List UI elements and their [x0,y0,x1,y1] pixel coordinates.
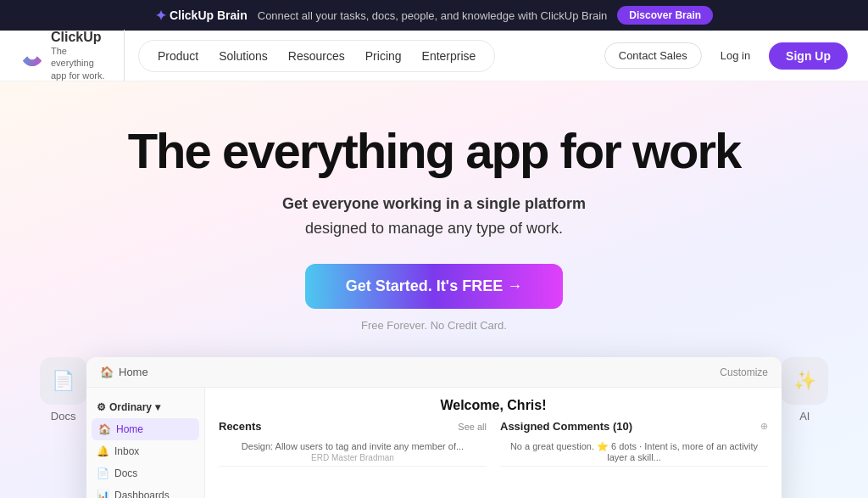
nav-logo-name-wrap: ClickUp The everything app for work. [51,30,110,81]
app-header-left: 🏠 Home [100,366,148,378]
home-icon: 🏠 [100,366,114,378]
sidebar-dashboards-label: Dashboards [114,490,170,498]
signup-button[interactable]: Sign Up [769,42,848,70]
app-body: ⚙ Ordinary ▾ 🏠 Home 🔔 Inbox 📄 Docs [86,388,782,498]
nav-right: Contact Sales Log in Sign Up [604,42,848,70]
app-welcome-text: Welcome, Chris! [219,398,768,413]
nav-links: Product Solutions Resources Pricing Ente… [138,40,495,72]
app-section-row: Recents See all Design: Allow users to t… [219,420,768,467]
hero-section: The everything app for work Get everyone… [0,81,868,498]
hero-subtitle-line1: Get everyone working in a single platfor… [282,195,586,212]
top-banner: ✦ ClickUp Brain Connect all your tasks, … [0,0,868,31]
recents-title: Recents [219,420,262,433]
sidebar-docs-label: Docs [114,467,137,479]
recents-header: Recents See all [219,420,487,433]
app-workspace-header: ⚙ Ordinary ▾ [86,396,204,418]
cta-subtext: Free Forever. No Credit Card. [17,319,851,332]
app-preview: 🏠 Home Customize ⚙ Ordinary ▾ 🏠 Home 🔔 I… [86,357,782,498]
hero-subtitle-line2: designed to manage any type of work. [305,220,563,237]
docs-icon: 📄 [40,357,87,405]
sidebar-docs[interactable]: 📄 Docs [86,462,204,484]
assigned-item: No a great question. ⭐ 6 dots · Intent i… [500,438,768,467]
nav-resources[interactable]: Resources [280,46,353,66]
assigned-item-text: No a great question. ⭐ 6 dots · Intent i… [500,441,768,462]
clickup-logo-icon [20,44,44,68]
app-main: Welcome, Chris! Recents See all Design: … [205,388,782,498]
recents-item: Design: Allow users to tag and invite an… [219,438,487,467]
banner-message: Connect all your tasks, docs, people, an… [258,9,608,22]
sidebar-home[interactable]: 🏠 Home [92,418,199,440]
login-button[interactable]: Log in [710,43,760,68]
ai-icon: ✨ [781,357,828,405]
discover-brain-button[interactable]: Discover Brain [617,6,713,25]
docs-nav-icon: 📄 [97,467,109,479]
sidebar-inbox-label: Inbox [114,445,139,457]
see-all-button[interactable]: See all [458,422,487,432]
assigned-title: Assigned Comments (10) [500,420,632,433]
dashboards-nav-icon: 📊 [97,490,109,498]
sidebar-dashboards[interactable]: 📊 Dashboards [86,484,204,498]
brain-star-icon: ✦ [155,8,166,24]
sidebar-home-label: Home [116,423,143,435]
nav-pricing[interactable]: Pricing [357,46,410,66]
ai-label: AI [799,410,810,422]
workspace-icon: ⚙ [97,401,106,413]
recents-section: Recents See all Design: Allow users to t… [219,420,487,467]
sidebar-inbox[interactable]: 🔔 Inbox [86,440,204,462]
recents-item-text: Design: Allow users to tag and invite an… [219,441,487,451]
home-nav-icon: 🏠 [98,423,111,435]
recents-item-sub: ERD Master Bradman [219,453,487,462]
app-page-title: Home [119,366,148,378]
nav-solutions[interactable]: Solutions [210,46,276,66]
nav-logo: ClickUp The everything app for work. [20,30,125,81]
app-customize-label[interactable]: Customize [720,367,768,378]
nav-enterprise[interactable]: Enterprise [414,46,485,66]
app-sidebar: ⚙ Ordinary ▾ 🏠 Home 🔔 Inbox 📄 Docs [86,388,205,498]
contact-sales-button[interactable]: Contact Sales [604,42,702,69]
nav-logo-name: ClickUp [51,30,110,45]
assigned-section: Assigned Comments (10) ⊕ No a great ques… [500,420,768,467]
hero-title: The everything app for work [17,124,851,178]
banner-logo: ✦ ClickUp Brain [155,8,248,24]
navbar: ClickUp The everything app for work. Pro… [0,31,868,81]
nav-logo-tagline: The everything app for work. [51,45,110,81]
workspace-chevron-icon: ▾ [155,401,160,413]
assigned-header: Assigned Comments (10) ⊕ [500,420,768,433]
app-header: 🏠 Home Customize [86,357,782,388]
banner-logo-text: ClickUp Brain [170,8,248,22]
hero-subtitle: Get everyone working in a single platfor… [17,192,851,241]
workspace-name: Ordinary [109,401,152,413]
assigned-toggle-icon[interactable]: ⊕ [760,421,768,432]
nav-product[interactable]: Product [149,46,207,66]
inbox-nav-icon: 🔔 [97,445,109,457]
get-started-button[interactable]: Get Started. It's FREE → [305,264,563,309]
docs-label: Docs [51,410,76,422]
